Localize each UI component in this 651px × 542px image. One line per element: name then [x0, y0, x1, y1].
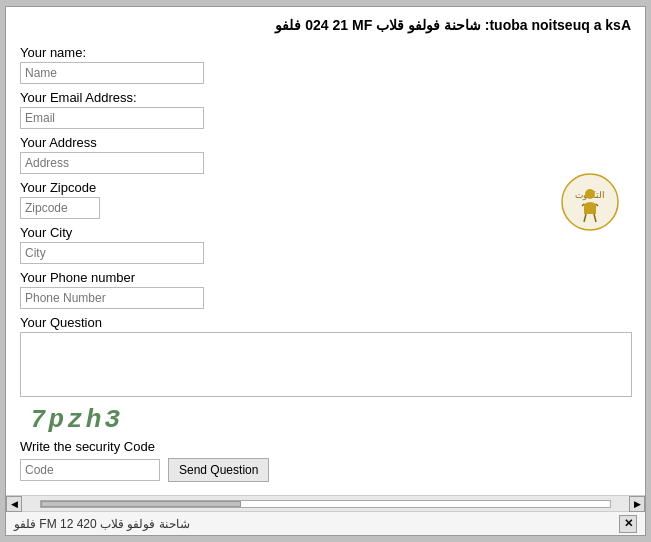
city-group: Your City — [20, 225, 631, 264]
name-label: Your name: — [20, 45, 631, 60]
logo-area: التكنوت التكنوت — [555, 167, 625, 237]
content-area: Ask a question about: شاحنة فولفو قلاب F… — [6, 7, 645, 495]
name-input[interactable] — [20, 62, 204, 84]
email-label: Your Email Address: — [20, 90, 631, 105]
window-footer: شاحنة فولفو قلاب FM 12 420 فلفو ✕ — [6, 511, 645, 535]
phone-label: Your Phone number — [20, 270, 631, 285]
captcha-section: 7pzh3 Write the security Code Send Quest… — [20, 405, 631, 482]
phone-input[interactable] — [20, 287, 204, 309]
captcha-code: 7pzh3 — [20, 405, 631, 435]
address-label: Your Address — [20, 135, 631, 150]
email-group: Your Email Address: — [20, 90, 631, 129]
close-button[interactable]: ✕ — [619, 515, 637, 533]
security-row: Send Question — [20, 458, 631, 482]
question-label: Your Question — [20, 315, 631, 330]
zipcode-label: Your Zipcode — [20, 180, 631, 195]
title-prefix: Ask a question about: — [485, 17, 631, 33]
scrollbar-track — [40, 500, 611, 508]
svg-point-2 — [585, 189, 595, 199]
logo-icon: التكنوت — [560, 172, 620, 232]
city-input[interactable] — [20, 242, 204, 264]
question-textarea[interactable] — [20, 332, 632, 397]
scroll-right-button[interactable]: ▶ — [629, 496, 645, 512]
security-label: Write the security Code — [20, 439, 631, 454]
title-arabic: شاحنة فولفو قلاب FM 12 420 فلفو — [275, 17, 480, 33]
name-group: Your name: — [20, 45, 631, 84]
city-label: Your City — [20, 225, 631, 240]
code-input[interactable] — [20, 459, 160, 481]
question-group: Your Question — [20, 315, 631, 397]
email-input[interactable] — [20, 107, 204, 129]
scrollbar-area: ◀ ▶ — [6, 495, 645, 511]
page-title: Ask a question about: شاحنة فولفو قلاب F… — [20, 17, 631, 33]
address-group: Your Address — [20, 135, 631, 174]
scroll-left-button[interactable]: ◀ — [6, 496, 22, 512]
address-input[interactable] — [20, 152, 204, 174]
send-button[interactable]: Send Question — [168, 458, 269, 482]
footer-text: شاحنة فولفو قلاب FM 12 420 فلفو — [14, 517, 190, 531]
main-window: Ask a question about: شاحنة فولفو قلاب F… — [5, 6, 646, 536]
zipcode-group: Your Zipcode — [20, 180, 631, 219]
phone-group: Your Phone number — [20, 270, 631, 309]
zipcode-input[interactable] — [20, 197, 100, 219]
scrollbar-thumb[interactable] — [41, 501, 241, 507]
